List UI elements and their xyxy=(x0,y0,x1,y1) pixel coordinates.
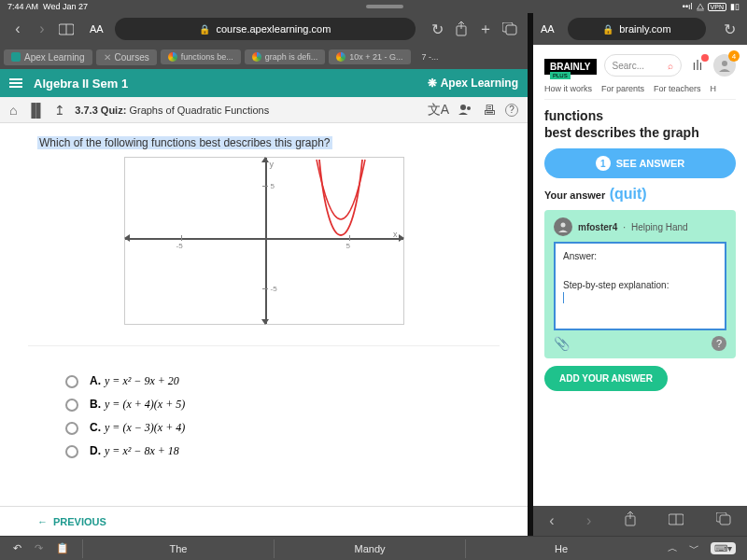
radio-icon[interactable] xyxy=(65,445,78,458)
kb-suggestion[interactable]: He xyxy=(465,539,656,558)
radio-icon[interactable] xyxy=(65,422,78,435)
username[interactable]: mfoster4 xyxy=(578,222,617,232)
status-bar: 7:44 AM Wed Jan 27 ••ıl ⧋ VPN ▮▯ xyxy=(0,0,747,13)
svg-point-6 xyxy=(460,105,466,110)
forward-button[interactable]: › xyxy=(32,19,52,39)
option-a[interactable]: A.y = x² − 9x + 20 xyxy=(65,374,462,388)
attachment-icon[interactable]: 📎 xyxy=(554,336,570,351)
close-icon[interactable]: ✕ xyxy=(104,52,111,63)
nav-more[interactable]: H xyxy=(711,84,717,93)
kb-suggestion[interactable]: The xyxy=(82,539,274,558)
people-icon[interactable] xyxy=(458,103,473,118)
crumb-text: 3.7.3 Quiz: Graphs of Quadratic Function… xyxy=(75,105,269,116)
radio-icon[interactable] xyxy=(65,375,78,388)
reload-button[interactable]: ↻ xyxy=(719,19,740,39)
url-bar[interactable]: 🔒 course.apexlearning.com xyxy=(115,18,416,40)
keyboard-dismiss-icon[interactable]: ⌨︎▾ xyxy=(711,542,736,554)
tab-10x[interactable]: 10x + 21 - G... xyxy=(329,49,410,64)
url-bar-right[interactable]: 🔒 brainly.com xyxy=(568,18,706,40)
tab-apex[interactable]: Apex Learning xyxy=(4,49,92,65)
breadcrumb-bar: ⌂ ▐▌ ↥ 3.7.3 Quiz: Graphs of Quadratic F… xyxy=(0,97,528,123)
battery-icon: ▮▯ xyxy=(730,2,740,11)
google-icon xyxy=(336,52,345,62)
forward-button[interactable]: › xyxy=(586,512,591,529)
previous-button[interactable]: ← PREVIOUS xyxy=(0,506,528,536)
tab-courses[interactable]: ✕Courses xyxy=(96,49,157,65)
profile-avatar[interactable]: 4 xyxy=(713,54,736,77)
arrow-left-icon: ← xyxy=(37,516,48,527)
up-return-icon[interactable]: ↥ xyxy=(54,103,65,118)
kb-suggestion[interactable]: Mandy xyxy=(274,539,465,558)
your-answer-label: Your answer (quit) xyxy=(544,186,736,203)
text-size-button[interactable]: AA xyxy=(90,23,104,35)
browser-toolbar-right: AA 🔒 brainly.com ↻ xyxy=(533,13,747,45)
new-tab-button[interactable]: ＋ xyxy=(475,19,496,39)
nav-teachers[interactable]: For teachers xyxy=(654,84,701,93)
signal-icon: ••ıl xyxy=(683,2,693,11)
apex-icon: ❋ xyxy=(428,77,437,90)
google-icon xyxy=(252,52,261,62)
svg-point-9 xyxy=(561,223,566,228)
lock-icon: 🔒 xyxy=(199,24,210,35)
tabs-overview-button[interactable] xyxy=(500,19,520,39)
apex-logo: ❋ Apex Learning xyxy=(428,77,518,90)
home-icon[interactable]: ⌂ xyxy=(9,103,17,118)
search-placeholder: Searc... xyxy=(613,61,644,71)
tab-bar: Apex Learning ✕Courses functions be... g… xyxy=(0,45,528,69)
help-icon[interactable]: ? xyxy=(505,104,518,117)
back-button[interactable]: ‹ xyxy=(7,19,28,39)
text-size-button[interactable]: AA xyxy=(541,23,555,35)
tabs-overview-button[interactable] xyxy=(716,512,731,529)
folder-icon[interactable]: ▐▌ xyxy=(26,103,45,118)
help-icon[interactable]: ? xyxy=(712,336,726,351)
brainly-question: functions best describes the graph xyxy=(544,107,736,141)
answer-textarea[interactable]: Answer: Step-by-step explanation: xyxy=(554,242,726,330)
redo-icon[interactable]: ↷ xyxy=(35,542,43,554)
clipboard-icon[interactable]: 📋 xyxy=(56,542,69,554)
menu-button[interactable] xyxy=(9,78,22,88)
brainly-nav: How it works For parents For teachers H xyxy=(544,84,736,100)
tab-functions[interactable]: functions be... xyxy=(161,49,241,64)
back-button[interactable]: ‹ xyxy=(549,512,554,529)
quit-link[interactable]: (quit) xyxy=(610,186,647,202)
chevron-down-icon[interactable]: ﹀ xyxy=(689,541,699,555)
lock-icon: 🔒 xyxy=(602,24,613,35)
share-button[interactable] xyxy=(624,511,637,530)
brainly-header: BRAINLY PLUS Searc... ⌕ ılı 4 xyxy=(544,54,736,77)
drag-handle-icon xyxy=(366,5,403,8)
reload-button[interactable]: ↻ xyxy=(427,19,447,39)
bookmarks-icon[interactable] xyxy=(669,512,684,529)
user-rank: Helping Hand xyxy=(631,222,688,232)
svg-rect-15 xyxy=(720,515,730,525)
bookmarks-icon[interactable] xyxy=(56,19,77,39)
share-button[interactable] xyxy=(451,19,472,39)
question-text: Which of the following functions best de… xyxy=(37,136,332,149)
translate-icon[interactable]: 文A xyxy=(428,102,449,119)
nav-parents[interactable]: For parents xyxy=(601,84,644,93)
print-icon[interactable]: 🖶 xyxy=(483,103,496,118)
answer-card: mfoster4 · Helping Hand Answer: Step-by-… xyxy=(544,210,736,358)
radio-icon[interactable] xyxy=(65,399,78,412)
answer-options: A.y = x² − 9x + 20 B.y = (x + 4)(x + 5) … xyxy=(28,345,500,486)
chart-icon[interactable]: ılı xyxy=(689,57,706,74)
see-answer-button[interactable]: 1 SEE ANSWER xyxy=(544,148,736,178)
url-text: brainly.com xyxy=(619,23,670,35)
graph-chart: -5 5 5 -5 y x xyxy=(124,157,404,325)
chevron-up-icon[interactable]: ︿ xyxy=(668,541,678,555)
svg-point-8 xyxy=(722,61,727,66)
undo-icon[interactable]: ↶ xyxy=(13,542,21,554)
status-time: 7:44 AM Wed Jan 27 xyxy=(7,2,88,11)
option-d[interactable]: D.y = x² − 8x + 18 xyxy=(65,444,462,458)
option-b[interactable]: B.y = (x + 4)(x + 5) xyxy=(65,398,462,412)
vpn-icon: VPN xyxy=(708,3,726,11)
favicon-icon xyxy=(11,52,21,62)
google-icon xyxy=(168,52,177,62)
add-answer-button[interactable]: ADD YOUR ANSWER xyxy=(544,366,668,391)
browser-toolbar-left: ‹ › AA 🔒 course.apexlearning.com ↻ ＋ xyxy=(0,13,528,45)
option-c[interactable]: C.y = (x − 3)(x + 4) xyxy=(65,421,462,435)
nav-how[interactable]: How it works xyxy=(544,84,592,93)
tab-more[interactable]: 7 -... xyxy=(415,49,446,64)
wifi-icon: ⧋ xyxy=(697,2,704,12)
brainly-search[interactable]: Searc... ⌕ xyxy=(604,54,682,77)
tab-graph[interactable]: graph is defi... xyxy=(245,49,326,64)
